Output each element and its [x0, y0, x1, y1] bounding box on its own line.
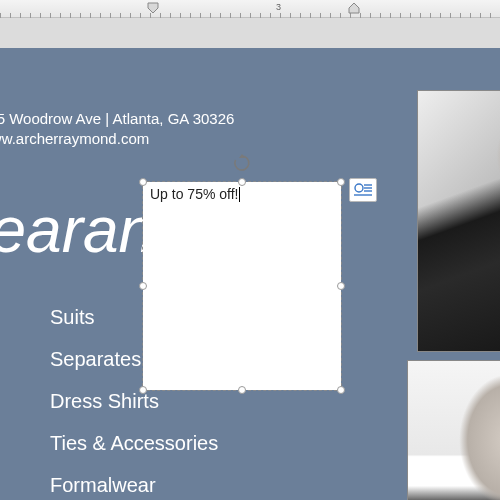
category-item: Ties & Accessories [50, 422, 218, 464]
resize-handle-nw[interactable] [139, 178, 147, 186]
model-photo-top[interactable] [417, 90, 500, 352]
rotate-handle[interactable] [233, 154, 251, 172]
model-photo-bottom[interactable] [407, 360, 500, 500]
indent-marker-right[interactable] [348, 2, 360, 14]
selection-outline [142, 181, 342, 391]
resize-handle-se[interactable] [337, 386, 345, 394]
resize-handle-e[interactable] [337, 282, 345, 290]
layout-options-icon [353, 182, 373, 198]
selected-text-box[interactable]: Up to 75% off! [143, 182, 341, 390]
resize-handle-s[interactable] [238, 386, 246, 394]
resize-handle-w[interactable] [139, 282, 147, 290]
svg-marker-0 [148, 3, 158, 13]
address-line: 415 Woodrow Ave | Atlanta, GA 30326 [0, 110, 234, 127]
canvas-background: 415 Woodrow Ave | Atlanta, GA 30326 www.… [0, 18, 500, 500]
resize-handle-sw[interactable] [139, 386, 147, 394]
text-box-content[interactable]: Up to 75% off! [150, 186, 240, 202]
flyer-page: 415 Woodrow Ave | Atlanta, GA 30326 www.… [0, 48, 500, 500]
layout-options-button[interactable] [349, 178, 377, 202]
website-line: www.archerraymond.com [0, 130, 149, 147]
resize-handle-n[interactable] [238, 178, 246, 186]
text-cursor [239, 187, 240, 202]
indent-marker-left[interactable] [147, 2, 159, 14]
text-box-text: Up to 75% off! [150, 186, 238, 202]
resize-handle-ne[interactable] [337, 178, 345, 186]
horizontal-ruler[interactable]: 3 [0, 0, 500, 18]
svg-marker-1 [349, 3, 359, 13]
ruler-tick-label: 3 [276, 2, 281, 12]
category-item: Formalwear [50, 464, 218, 500]
